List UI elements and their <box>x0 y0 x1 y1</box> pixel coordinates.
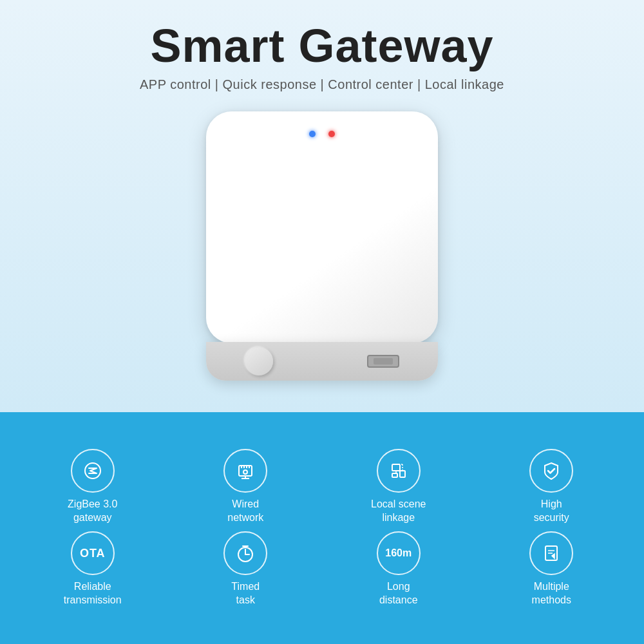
page-subtitle: APP control | Quick response | Control c… <box>140 77 504 92</box>
methods-label: Multiplemethods <box>532 580 571 607</box>
device-port <box>367 355 399 368</box>
security-label: Highsecurity <box>534 498 569 525</box>
feature-security: Highsecurity <box>478 449 625 525</box>
ota-icon-circle: OTA <box>71 531 115 575</box>
distance-label: Longdistance <box>379 580 418 607</box>
device-bottom <box>206 342 438 381</box>
svg-rect-9 <box>392 464 400 471</box>
features-grid: ZigBee 3.0gateway Wirednetwork <box>19 449 625 607</box>
device-button <box>245 347 273 375</box>
ota-text: OTA <box>80 547 106 560</box>
device-body <box>206 111 438 343</box>
methods-icon-circle <box>529 531 573 575</box>
svg-rect-11 <box>400 471 405 477</box>
svg-rect-10 <box>392 473 397 477</box>
feature-ota: OTA Reliabletransmission <box>19 531 166 607</box>
features-section: ZigBee 3.0gateway Wirednetwork <box>0 412 644 644</box>
wired-label: Wirednetwork <box>227 498 263 525</box>
timed-icon-circle <box>223 531 267 575</box>
feature-methods: Multiplemethods <box>478 531 625 607</box>
top-section: Smart Gateway APP control | Quick respon… <box>0 0 644 412</box>
zigbee-icon-circle <box>71 449 115 493</box>
ota-label: Reliabletransmission <box>64 580 122 607</box>
feature-wired: Wirednetwork <box>173 449 319 525</box>
device-image <box>200 111 444 382</box>
led-red-indicator <box>328 131 335 137</box>
distance-text: 160m <box>385 547 412 559</box>
feature-scene: Local scenelinkage <box>325 449 472 525</box>
scene-icon-circle <box>377 449 421 493</box>
svg-point-0 <box>85 463 100 478</box>
timed-label: Timedtask <box>231 580 260 607</box>
wired-icon-circle <box>223 449 267 493</box>
feature-timed: Timedtask <box>173 531 319 607</box>
led-blue-indicator <box>309 131 316 137</box>
security-icon-circle <box>529 449 573 493</box>
distance-icon-circle: 160m <box>377 531 421 575</box>
feature-distance: 160m Longdistance <box>325 531 472 607</box>
page-title: Smart Gateway <box>150 19 493 72</box>
svg-point-8 <box>243 470 247 474</box>
feature-zigbee: ZigBee 3.0gateway <box>19 449 166 525</box>
zigbee-label: ZigBee 3.0gateway <box>68 498 117 525</box>
scene-label: Local scenelinkage <box>371 498 426 525</box>
